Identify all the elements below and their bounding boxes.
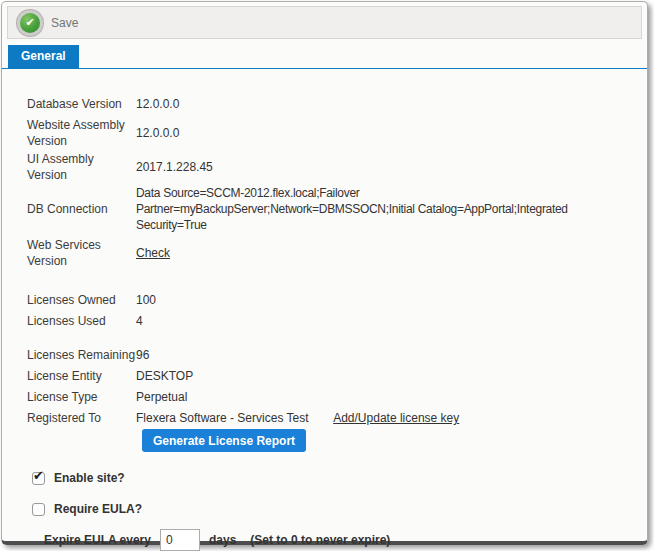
expire-eula-days-input[interactable]	[160, 529, 200, 551]
expire-note: (Set to 0 to never expire)	[250, 532, 390, 548]
enable-site-label: Enable site?	[54, 470, 125, 486]
registered-to-name: Flexera Software - Services Test	[136, 411, 309, 425]
expire-days-label: days	[209, 532, 236, 548]
checkmark-icon: ✔	[33, 468, 44, 484]
field-value: 2017.1.228.45	[136, 159, 639, 175]
tab-bar: General	[2, 45, 647, 69]
field-label: Registered To	[27, 410, 136, 426]
field-label: License Entity	[27, 368, 136, 384]
field-label: Licenses Remaining	[27, 347, 136, 363]
generate-report-row: Generate License Report	[142, 429, 639, 452]
tab-general[interactable]: General	[8, 45, 79, 68]
enable-site-checkbox[interactable]: ✔	[32, 472, 45, 485]
field-label: Database Version	[27, 96, 136, 112]
settings-window: ✔ Save General Database Version 12.0.0.0…	[1, 1, 648, 545]
require-eula-label: Require EULA?	[54, 501, 142, 517]
field-value: 96	[136, 347, 639, 363]
field-label: Licenses Used	[27, 313, 136, 329]
field-licenses-owned: Licenses Owned 100	[27, 292, 639, 308]
field-label: DB Connection	[27, 201, 136, 217]
field-value: 12.0.0.0	[136, 125, 639, 141]
expire-eula-label: Expire EULA every	[44, 532, 151, 548]
add-update-license-key-link[interactable]: Add/Update license key	[333, 411, 459, 425]
field-registered-to: Registered To Flexera Software - Service…	[27, 410, 639, 426]
field-website-assembly-version: Website Assembly Version 12.0.0.0	[27, 117, 639, 149]
require-eula-row: Require EULA?	[27, 501, 639, 517]
field-license-type: License Type Perpetual	[27, 389, 639, 405]
field-database-version: Database Version 12.0.0.0	[27, 96, 639, 112]
toolbar: ✔ Save	[7, 6, 642, 39]
check-web-services-link[interactable]: Check	[136, 245, 170, 261]
enable-site-row: ✔ Enable site?	[27, 470, 639, 486]
field-value: 100	[136, 292, 639, 308]
field-web-services-version: Web Services Version Check	[27, 237, 639, 269]
field-value: Data Source=SCCM-2012.flex.local;Failove…	[136, 185, 639, 233]
save-button-label: Save	[51, 16, 78, 30]
field-label: License Type	[27, 389, 136, 405]
save-button[interactable]: ✔ Save	[8, 13, 78, 33]
field-license-entity: License Entity DESKTOP	[27, 368, 639, 384]
field-value: 4	[136, 313, 639, 329]
field-label: Licenses Owned	[27, 292, 136, 308]
field-licenses-remaining: Licenses Remaining 96	[27, 347, 639, 363]
registered-to-value: Flexera Software - Services Test Add/Upd…	[136, 410, 639, 426]
general-settings-panel: Database Version 12.0.0.0 Website Assemb…	[2, 69, 647, 551]
expire-eula-row: Expire EULA every days (Set to 0 to neve…	[27, 529, 639, 551]
require-eula-checkbox[interactable]	[32, 503, 45, 516]
field-label: Web Services Version	[27, 237, 136, 269]
field-value: 12.0.0.0	[136, 96, 639, 112]
field-label: Website Assembly Version	[27, 117, 136, 149]
save-check-icon: ✔	[20, 13, 40, 33]
field-value: DESKTOP	[136, 368, 639, 384]
field-value: Perpetual	[136, 389, 639, 405]
field-db-connection: DB Connection Data Source=SCCM-2012.flex…	[27, 185, 639, 233]
generate-license-report-button[interactable]: Generate License Report	[142, 429, 306, 452]
field-licenses-used: Licenses Used 4	[27, 313, 639, 329]
field-label: UI Assembly Version	[27, 151, 136, 183]
field-ui-assembly-version: UI Assembly Version 2017.1.228.45	[27, 151, 639, 183]
